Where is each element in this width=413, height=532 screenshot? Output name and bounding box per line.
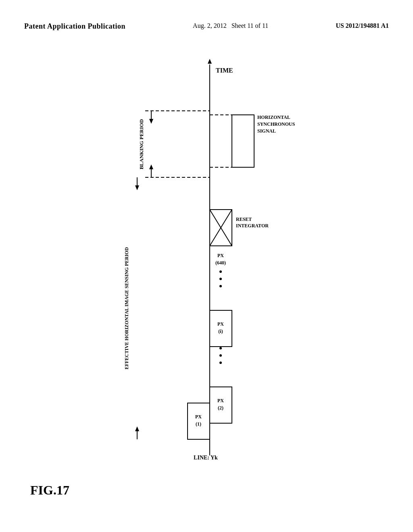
svg-text:RESET: RESET <box>236 216 252 222</box>
svg-text:SYNCHRONOUS: SYNCHRONOUS <box>257 121 295 127</box>
svg-point-30 <box>219 270 222 273</box>
publication-date: Aug. 2, 2012 <box>193 22 227 29</box>
svg-text:SIGNAL: SIGNAL <box>257 128 276 134</box>
svg-text:PX: PX <box>217 398 224 403</box>
svg-text:HORIZONTAL: HORIZONTAL <box>257 114 290 120</box>
diagram: TIME BLANKING PERIOD EFFECTIVE HORIZONTA… <box>81 52 387 508</box>
svg-text:BLANKING PERIOD: BLANKING PERIOD <box>138 119 144 170</box>
svg-marker-11 <box>135 185 139 190</box>
svg-text:(i): (i) <box>218 328 223 334</box>
svg-marker-13 <box>135 426 139 431</box>
svg-text:INTEGRATOR: INTEGRATOR <box>236 223 269 229</box>
sheet-info: Sheet 11 of 11 <box>232 22 269 29</box>
svg-point-28 <box>219 285 222 287</box>
svg-text:EFFECTIVE HORIZONTAL IMAGE SEN: EFFECTIVE HORIZONTAL IMAGE SENSING PERIO… <box>124 247 129 369</box>
publication-title: Patent Application Publication <box>24 22 125 31</box>
svg-text:PX: PX <box>195 414 202 420</box>
svg-text:(1): (1) <box>196 421 201 427</box>
page-header: Patent Application Publication Aug. 2, 2… <box>0 22 413 31</box>
svg-marker-1 <box>208 59 212 64</box>
svg-text:(640): (640) <box>215 260 226 266</box>
svg-text:(2): (2) <box>218 405 223 411</box>
svg-point-23 <box>219 354 222 357</box>
svg-point-24 <box>219 347 222 349</box>
header-center: Aug. 2, 2012 Sheet 11 of 11 <box>193 22 268 29</box>
svg-marker-8 <box>149 164 153 169</box>
svg-text:LINE: Yk: LINE: Yk <box>194 455 218 461</box>
svg-marker-6 <box>149 119 153 124</box>
svg-text:PX: PX <box>217 321 224 327</box>
figure-label: FIG.17 <box>30 483 69 498</box>
patent-number: US 2012/194881 A1 <box>336 22 389 29</box>
svg-point-22 <box>219 362 222 364</box>
svg-point-29 <box>219 278 222 280</box>
svg-text:TIME: TIME <box>216 67 233 74</box>
svg-text:PX: PX <box>217 253 224 258</box>
svg-rect-38 <box>232 115 254 167</box>
